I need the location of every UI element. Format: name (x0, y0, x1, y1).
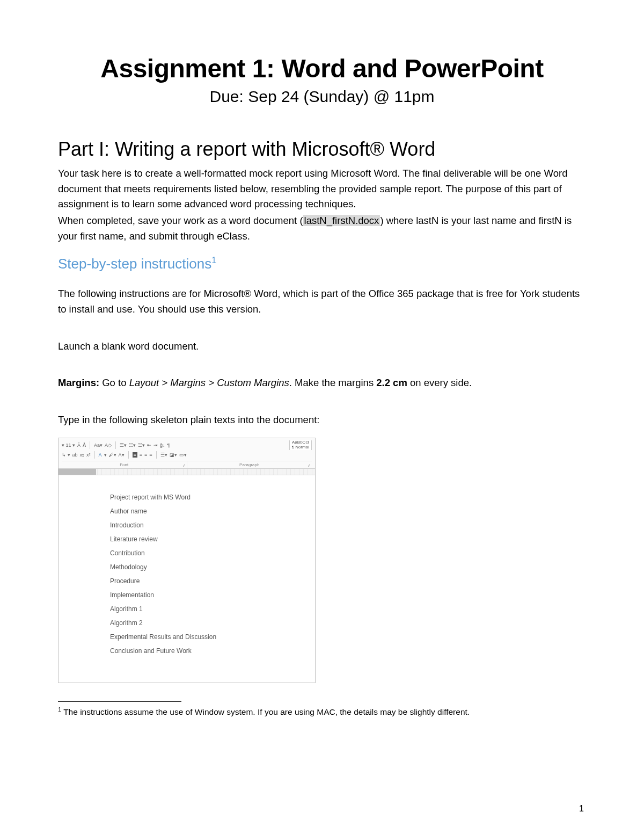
part1-save-instr: When completed, save your work as a word… (58, 213, 586, 244)
sort-icon: ĝ↓ (160, 443, 165, 448)
para-launcher-icon: ⤢ (308, 463, 311, 468)
word-screenshot: ▾ 11 ▾ Â Ǎ Aa▾ A◇ ☰▾ ☷▾ ☱▾ ⇤ ⇥ ĝ↓ ¶ Aa… (58, 438, 316, 683)
ribbon-group-paragraph: Paragraph⤢ (187, 461, 312, 468)
bullets-icon: ☰▾ (120, 443, 127, 448)
steps-p4: Type in the following skeleton plain tex… (58, 412, 586, 428)
font-size-box: ▾ 11 ▾ (62, 443, 75, 448)
skeleton-line: Literature review (110, 535, 305, 543)
shrink-font-icon: Ǎ (83, 443, 86, 448)
part1-intro: Your task here is to create a well-forma… (58, 166, 586, 212)
filename-template: lastN_firstN.docx (303, 215, 380, 226)
part1-heading: Part I: Writing a report with Microsoft®… (58, 138, 586, 161)
skeleton-line: Project report with MS Word (110, 494, 305, 501)
save-pre: When completed, save your work as a word… (58, 215, 303, 226)
skeleton-line: Algorithm 1 (110, 605, 305, 613)
align-right-icon: ≡ (144, 452, 147, 458)
steps-heading-footnote-ref: 1 (211, 256, 216, 265)
subscript-icon: x₂ (80, 452, 85, 458)
multilevel-icon: ☱▾ (138, 443, 145, 448)
font-launcher-icon: ⤢ (182, 463, 186, 468)
margins-rest: . Make the margins (289, 377, 376, 388)
styles-normal: ¶ Normal (292, 445, 309, 450)
justify-icon: ≡ (149, 452, 152, 458)
word-doc-area: Project report with MS Word Author name … (58, 475, 315, 683)
skeleton-line: Contribution (110, 549, 305, 557)
skeleton-line: Experimental Results and Discussion (110, 633, 305, 641)
skeleton-line: Procedure (110, 577, 305, 585)
align-left-icon: ≡ (133, 452, 137, 458)
bold-icon: ↳ ▾ (62, 452, 70, 458)
page-number: 1 (579, 804, 584, 814)
footnote-1: 1 The instructions assume the use of Win… (58, 706, 586, 717)
due-line: Due: Sep 24 (Sunday) @ 11pm (58, 88, 586, 106)
showhide-icon: ¶ (167, 443, 170, 448)
styles-gallery: AaBbCcI ¶ Normal (289, 440, 312, 450)
steps-heading: Step-by-step instructions1 (58, 256, 586, 272)
skeleton-line: Author name (110, 507, 305, 515)
steps-p1: The following instructions are for Micro… (58, 286, 586, 317)
dec-indent-icon: ⇤ (147, 443, 151, 448)
superscript-icon: x² (86, 452, 91, 458)
font-color2-icon: A▾ (119, 452, 125, 458)
clear-format-icon: A◇ (105, 443, 112, 448)
word-ribbon: ▾ 11 ▾ Â Ǎ Aa▾ A◇ ☰▾ ☷▾ ☱▾ ⇤ ⇥ ĝ↓ ¶ Aa… (58, 438, 315, 469)
margins-path: Layout > Margins > Custom Margins (129, 377, 289, 388)
grow-font-icon: Â (77, 443, 80, 448)
highlight-icon: 🖋▾ (109, 452, 116, 458)
margins-value: 2.2 cm (376, 377, 407, 388)
word-ruler (58, 469, 315, 475)
font-color-icon: A (99, 452, 102, 458)
margins-label: Margins: (58, 377, 102, 388)
ribbon-group-font: Font⤢ (62, 461, 187, 468)
skeleton-line: Introduction (110, 521, 305, 529)
skeleton-line: Implementation (110, 591, 305, 599)
footnote-text: The instructions assume the use of Windo… (61, 707, 470, 716)
footnote-separator (58, 701, 181, 702)
align-center-icon: ≡ (140, 452, 142, 458)
line-spacing-icon: ☰▾ (160, 452, 167, 458)
margins-tail: on every side. (407, 377, 472, 388)
skeleton-line: Methodology (110, 563, 305, 571)
margins-goto: Go to (102, 377, 129, 388)
borders-icon: ▭▾ (179, 452, 187, 458)
shading-icon: ◪▾ (170, 452, 177, 458)
steps-margins: Margins: Go to Layout > Margins > Custom… (58, 375, 586, 391)
steps-heading-text: Step-by-step instructions (58, 256, 211, 272)
strike-icon: ab (72, 452, 78, 458)
skeleton-line: Algorithm 2 (110, 619, 305, 627)
inc-indent-icon: ⇥ (153, 443, 158, 448)
skeleton-line: Conclusion and Future Work (110, 647, 305, 655)
doc-title: Assignment 1: Word and PowerPoint (58, 54, 586, 83)
numbering-icon: ☷▾ (129, 443, 136, 448)
change-case-icon: Aa▾ (94, 443, 103, 448)
steps-p2: Launch a blank word document. (58, 339, 586, 354)
